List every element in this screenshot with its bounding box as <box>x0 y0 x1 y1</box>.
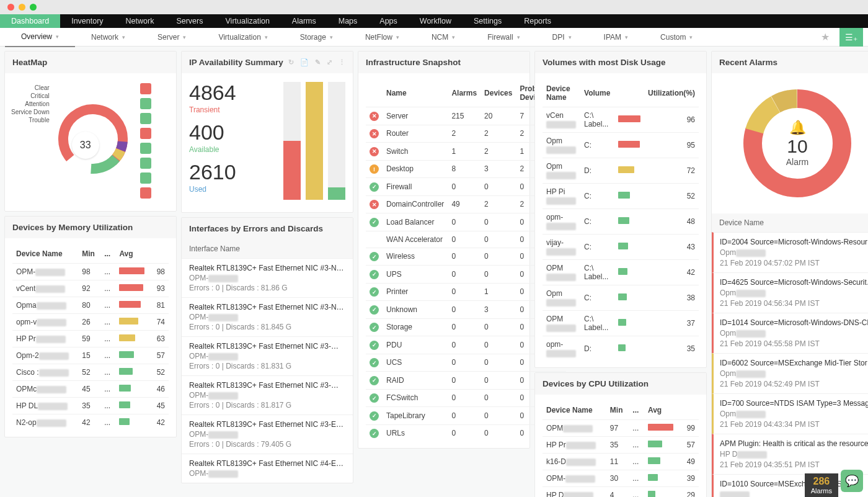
topnav-virtualization[interactable]: Virtualization <box>215 14 281 28</box>
col-header[interactable]: ... <box>100 244 115 264</box>
widget-action-icon[interactable]: ✎ <box>315 58 321 66</box>
alarms-list-col[interactable]: Device Name <box>712 213 868 232</box>
interface-row[interactable]: Realtek RTL8139C+ Fast Ethernet NIC #3-E… <box>182 414 353 454</box>
topnav-reports[interactable]: Reports <box>513 14 562 28</box>
heatmap-chip[interactable] <box>140 113 151 124</box>
subnav-netflow[interactable]: NetFlow▾ <box>349 27 415 47</box>
subnav-dpi[interactable]: DPI▾ <box>536 27 588 47</box>
alarm-row[interactable]: ID=700 Source=NTDS ISAM Type=3 Message=N… <box>712 393 868 434</box>
table-row[interactable]: opm-C:48 <box>542 209 699 235</box>
widget-action-icon[interactable]: ⋮ <box>339 58 345 66</box>
table-row[interactable]: Opma80...81 <box>12 297 169 314</box>
table-row[interactable]: opm-v26...74 <box>12 314 169 331</box>
favorite-icon[interactable]: ★ <box>815 29 836 45</box>
traffic-light-min[interactable] <box>19 4 25 11</box>
heatmap-chip[interactable] <box>140 187 151 199</box>
footer-alarm-badge[interactable]: 286 Alarms <box>805 473 838 497</box>
chat-fab[interactable]: 💬 <box>841 470 863 492</box>
heatmap-chip[interactable] <box>140 83 151 94</box>
table-row[interactable]: vCenC:\ Label...96 <box>542 107 699 133</box>
table-row[interactable]: OpmD:72 <box>542 158 699 184</box>
interfaces-col-header[interactable]: Interface Name <box>182 240 353 258</box>
col-header[interactable]: ... <box>629 401 644 420</box>
table-row[interactable]: OpmC:95 <box>542 133 699 158</box>
heatmap-chip[interactable] <box>140 98 151 109</box>
chevron-down-icon: ▾ <box>183 34 186 40</box>
interface-row[interactable]: Realtek RTL8139C+ Fast Ethernet NIC #3-N… <box>182 297 353 336</box>
table-row[interactable]: Opm-215...57 <box>12 347 169 364</box>
subnav-server[interactable]: Server▾ <box>141 27 202 47</box>
col-header[interactable]: Name <box>383 79 448 107</box>
widget-action-icon[interactable]: ↻ <box>288 58 294 66</box>
alarm-row[interactable]: ID=6002 Source=MSExchange Mid-Tier Stora… <box>712 353 868 393</box>
table-row[interactable]: HP PiC:52 <box>542 184 699 209</box>
topnav-servers[interactable]: Servers <box>165 14 214 28</box>
subnav-storage[interactable]: Storage▾ <box>284 27 349 47</box>
col-header[interactable]: Avg <box>115 244 151 264</box>
interface-row[interactable]: Realtek RTL8139C+ Fast Ethernet NIC #3-W… <box>182 375 353 414</box>
col-header[interactable]: Min <box>78 244 100 264</box>
widget-action-icon[interactable]: 📄 <box>300 58 309 66</box>
topnav-network[interactable]: Network <box>115 14 166 28</box>
heatmap-chip[interactable] <box>140 143 151 154</box>
heatmap-chip[interactable] <box>140 172 151 184</box>
subnav-network[interactable]: Network▾ <box>75 27 141 47</box>
alarm-row[interactable]: ID=1014 Source=Microsoft-Windows-DNS-Cli… <box>712 313 868 353</box>
topnav-maps[interactable]: Maps <box>327 14 369 28</box>
table-row[interactable]: HP DL35...45 <box>12 398 169 414</box>
table-row[interactable]: N2-op42...42 <box>12 414 169 431</box>
table-row[interactable]: HP Pr59...63 <box>12 331 169 347</box>
col-header[interactable]: Utilization(%) <box>644 79 699 107</box>
col-header[interactable]: Device Name <box>542 79 580 107</box>
chevron-down-icon: ▾ <box>569 34 572 40</box>
table-row[interactable]: vijay-C:43 <box>542 235 699 260</box>
subnav-custom[interactable]: Custom▾ <box>644 27 709 47</box>
col-header[interactable]: Alarms <box>448 79 480 107</box>
col-header[interactable]: Volume <box>580 79 614 107</box>
interface-row[interactable]: Realtek RTL8139C+ Fast Ethernet NIC #4-E… <box>182 454 353 483</box>
topnav-alarms[interactable]: Alarms <box>281 14 327 28</box>
subnav-ipam[interactable]: IPAM▾ <box>588 27 644 47</box>
subnav-overview[interactable]: Overview▾ <box>5 27 75 47</box>
interface-row[interactable]: Realtek RTL8139C+ Fast Ethernet NIC #3-N… <box>182 258 353 297</box>
table-row[interactable]: k16-D11...49 <box>542 454 699 470</box>
customize-button[interactable]: ☰₊ <box>839 28 863 47</box>
widget-action-icon[interactable]: ⤢ <box>327 58 332 66</box>
col-header[interactable]: Avg <box>644 401 681 420</box>
col-header[interactable]: Device Name <box>542 401 606 420</box>
table-row[interactable]: OPMc45...46 <box>12 381 169 398</box>
table-row[interactable]: OpmC:38 <box>542 285 699 311</box>
table-row[interactable]: OPMC:\ Label...42 <box>542 260 699 285</box>
topnav-workflow[interactable]: Workflow <box>409 14 463 28</box>
topnav-apps[interactable]: Apps <box>368 14 409 28</box>
alarm-row[interactable]: ID=4625 Source=Microsoft-Windows-Securit… <box>712 272 868 313</box>
table-row[interactable]: OPM-98...98 <box>12 264 169 280</box>
table-row[interactable]: HP D4...29 <box>542 487 699 498</box>
table-row[interactable]: OPM97...99 <box>542 420 699 437</box>
subnav-virtualization[interactable]: Virtualization▾ <box>202 27 283 47</box>
col-header[interactable]: Devices <box>480 79 516 107</box>
heatmap-chip[interactable] <box>140 128 151 139</box>
subnav-firewall[interactable]: Firewall▾ <box>471 27 536 47</box>
alarm-row[interactable]: APM Plugin: Health is critical as the re… <box>712 434 868 474</box>
traffic-light-max[interactable] <box>30 4 37 11</box>
col-header[interactable] <box>614 79 644 107</box>
table-row[interactable]: OPMC:\ Label...37 <box>542 311 699 336</box>
topnav-dashboard[interactable]: Dashboard <box>0 14 60 28</box>
col-header[interactable]: Device Name <box>12 244 78 264</box>
table-row[interactable]: HP Pr35...57 <box>542 437 699 454</box>
table-row[interactable]: opm-D:35 <box>542 336 699 362</box>
alarm-row[interactable]: ID=2004 Source=Microsoft-Windows-Resourc… <box>712 232 868 272</box>
traffic-light-close[interactable] <box>7 4 14 11</box>
topnav-settings[interactable]: Settings <box>463 14 513 28</box>
table-row[interactable]: Cisco :52...52 <box>12 364 169 381</box>
col-header[interactable]: Min <box>606 401 629 420</box>
topnav-inventory[interactable]: Inventory <box>60 14 114 28</box>
heatmap-chip[interactable] <box>140 158 151 169</box>
table-row[interactable]: OPM-30...39 <box>542 470 699 487</box>
ip-bar-chart <box>283 82 345 200</box>
col-header[interactable] <box>366 79 383 107</box>
table-row[interactable]: vCent92...93 <box>12 280 169 297</box>
interface-row[interactable]: Realtek RTL8139C+ Fast Ethernet NIC #3-W… <box>182 336 353 375</box>
subnav-ncm[interactable]: NCM▾ <box>415 27 471 47</box>
